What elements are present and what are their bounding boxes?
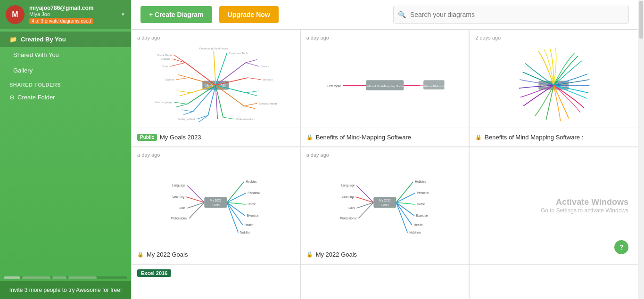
diagram-card[interactable]: a day ago Benefits of Mind-Mapping Softw… <box>300 30 470 147</box>
svg-text:Justice: Justice <box>261 65 269 68</box>
svg-text:Real-time Elaboration: Real-time Elaboration <box>420 84 448 88</box>
svg-line-32 <box>246 93 257 96</box>
scrollbar-thumb-1[interactable] <box>4 276 20 279</box>
svg-line-22 <box>183 112 193 114</box>
diagram-footer: Public My Goals 2023 <box>132 128 300 146</box>
create-folder-button[interactable]: ⊕ Create Folder <box>0 89 131 105</box>
svg-text:Professionalism: Professionalism <box>236 118 255 121</box>
excel-card[interactable]: Excel 2016 <box>131 264 300 299</box>
diagram-card[interactable]: a day ago My 2022 Goals Hobbies <box>131 147 300 264</box>
svg-text:Learning: Learning <box>173 195 184 199</box>
main-content: + Create Diagram Upgrade Now 🔍 a day ago <box>131 0 638 299</box>
plus-circle-icon: ⊕ <box>9 94 15 101</box>
scrollbar-thumb-2[interactable] <box>22 276 50 279</box>
mindmap-svg-3: Benefits of Mind Mapping <box>474 48 633 123</box>
activate-windows-card: Activate Windows Go to Settings to activ… <box>469 147 638 264</box>
avatar: M <box>6 5 25 24</box>
svg-text:Hobbies: Hobbies <box>246 180 256 183</box>
dropdown-arrow-icon[interactable]: ▼ <box>121 12 125 17</box>
diagram-name: My 2022 Goals <box>147 251 188 258</box>
search-bar: 🔍 <box>393 6 629 24</box>
nav-item-label: Gallery <box>13 67 33 74</box>
create-diagram-button[interactable]: + Create Diagram <box>140 6 212 23</box>
svg-line-5 <box>172 59 185 63</box>
diagram-timestamp: a day ago <box>132 147 300 160</box>
user-name: Miya Joo <box>29 11 116 17</box>
search-icon: 🔍 <box>398 11 406 18</box>
header: + Create Diagram Upgrade Now 🔍 <box>131 0 638 30</box>
svg-line-87 <box>396 193 415 202</box>
sidebar-item-shared-with-you[interactable]: Shared With You <box>0 47 131 63</box>
diagram-timestamp: a day ago <box>301 30 469 43</box>
svg-text:Professional: Professional <box>340 217 356 220</box>
sidebar: M miyajoo786@gmail.com Miya Joo 4 of 3 p… <box>0 0 131 299</box>
svg-text:Skills: Skills <box>178 206 185 210</box>
diagram-footer: 🔒 Benefits of Mind-Mapping Software <box>301 128 469 146</box>
svg-text:Intellectual Growth: Intellectual Growth <box>206 122 228 123</box>
lock-icon: 🔒 <box>137 251 144 258</box>
svg-text:Benefits of Mind-Mapping Softw: Benefits of Mind-Mapping Software <box>362 84 408 88</box>
mindmap-svg-2: Benefits of Mind-Mapping Software Left t… <box>305 48 464 123</box>
svg-text:Language: Language <box>341 184 355 187</box>
sidebar-item-created-by-you[interactable]: 📁 Created By You <box>0 32 131 47</box>
help-button[interactable]: ? <box>614 240 628 254</box>
search-input[interactable] <box>393 6 629 24</box>
diagrams-grid: a day ago My Goals 2023 <box>131 30 638 264</box>
diagram-thumbnail: Benefits of Mind-Mapping Software Left t… <box>301 43 469 128</box>
svg-text:My 2022: My 2022 <box>210 199 222 202</box>
scrollbar-thumb[interactable] <box>639 1 643 39</box>
user-plan-badge: 4 of 3 private diagrams used <box>29 18 93 24</box>
svg-line-10 <box>176 78 189 80</box>
diagrams-area: a day ago My Goals 2023 <box>131 30 638 299</box>
right-scrollbar[interactable] <box>638 0 644 299</box>
svg-line-93 <box>396 202 412 225</box>
svg-line-48 <box>215 53 227 85</box>
svg-text:Personal: Personal <box>417 191 429 194</box>
upgrade-button[interactable]: Upgrade Now <box>219 6 279 23</box>
diagram-footer: 🔒 My 2022 Goals <box>132 245 300 264</box>
user-section[interactable]: M miyajoo786@gmail.com Miya Joo 4 of 3 p… <box>0 0 131 29</box>
svg-line-24 <box>246 63 259 66</box>
svg-text:Skills: Skills <box>347 206 355 210</box>
svg-text:Social Media: Social Media <box>157 54 173 57</box>
svg-text:Home: Home <box>417 202 425 206</box>
svg-text:Cooking: Cooking <box>161 57 171 60</box>
diagram-timestamp: a day ago <box>132 30 300 43</box>
diagram-thumbnail: Benefits of Mind Mapping <box>470 43 638 128</box>
svg-line-34 <box>244 103 257 106</box>
diagram-thumbnail: My 2022 Goals Hobbies Personal Home <box>301 160 469 245</box>
svg-text:Goals: Goals <box>212 203 220 207</box>
diagram-footer: 🔒 Benefits of Mind Mapping Software : <box>470 128 638 146</box>
shared-folders-label: SHARED FOLDERS <box>0 78 131 89</box>
lock-icon: 🔒 <box>306 134 313 140</box>
svg-text:Nutrition: Nutrition <box>240 231 251 234</box>
scrollbar-thumb-3[interactable] <box>52 276 66 279</box>
sidebar-item-gallery[interactable]: Gallery <box>0 63 131 78</box>
svg-line-64 <box>227 193 246 202</box>
mindmap-svg-5: My 2022 Goals Hobbies Personal Home <box>305 165 464 240</box>
svg-line-2 <box>185 63 215 85</box>
svg-text:Learning: Learning <box>342 195 354 199</box>
svg-text:Goals: Goals <box>162 65 169 68</box>
scrollbar-thumb-4[interactable] <box>68 276 97 279</box>
diagram-card[interactable]: a day ago My Goals 2023 <box>131 30 300 147</box>
sidebar-scrollbar[interactable] <box>4 276 127 279</box>
diagram-name: My Goals 2023 <box>160 134 201 141</box>
diagram-card[interactable]: 2 days ago Benefits of Mind Mapping <box>469 30 638 147</box>
svg-line-7 <box>174 55 185 63</box>
svg-line-3 <box>170 63 185 66</box>
diagram-name: Benefits of Mind Mapping Software : <box>485 134 583 141</box>
svg-text:Nutrition: Nutrition <box>409 231 421 234</box>
nav-item-label: Shared With You <box>13 51 59 58</box>
svg-line-21 <box>182 110 193 112</box>
diagram-thumbnail: My 2022 Goals Hobbies Personal Home <box>132 160 300 245</box>
svg-text:Workout: Workout <box>263 78 272 81</box>
create-folder-label: Create Folder <box>17 94 55 101</box>
svg-text:New Language: New Language <box>155 101 173 104</box>
diagram-card[interactable]: a day ago My 2022 Goals Hobbies <box>300 147 470 264</box>
svg-line-36 <box>244 106 255 109</box>
svg-line-14 <box>178 91 191 93</box>
invite-banner[interactable]: Invite 3 more people to try Awesome for … <box>0 281 131 299</box>
diagram-name: My 2022 Goals <box>316 251 357 258</box>
svg-text:Exercise: Exercise <box>247 214 259 217</box>
